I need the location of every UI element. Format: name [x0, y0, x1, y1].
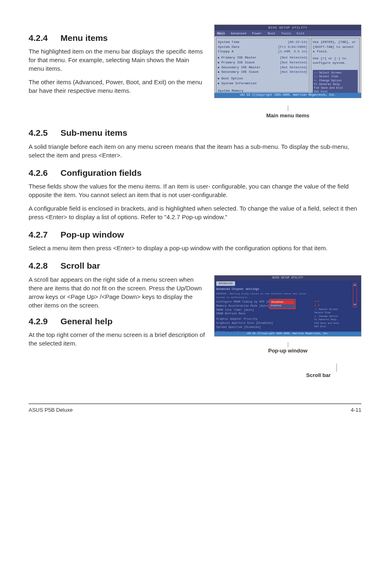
heading-427: 4.2.7Pop-up window — [29, 229, 361, 240]
para-424-1: The highlighted item on the menu bar dis… — [29, 47, 206, 73]
para-427-1: Select a menu item then press <Enter> to… — [29, 244, 361, 252]
page-footer: ASUS P5B Deluxe 4-11 — [29, 404, 361, 414]
bios-main-screenshot: BIOS SETUP UTILITY Main Advanced Power B… — [214, 25, 361, 98]
triangle-down-icon — [353, 304, 356, 306]
heading-426: 4.2.6Configuration fields — [29, 167, 361, 179]
popup-box: Disabled Enabled — [269, 299, 296, 309]
footer-right: 4-11 — [351, 406, 361, 414]
para-428-1: A scroll bar appears on the right side o… — [29, 275, 206, 310]
para-426-1: These fields show the values for the men… — [29, 182, 361, 199]
scrollbar-indicator — [353, 283, 357, 307]
caption-main-menu-items: Main menu items — [214, 105, 361, 119]
caption-popup-window: Pop-up window — [214, 342, 361, 355]
footer-left: ASUS P5B Deluxe — [29, 406, 73, 414]
heading-425: 4.2.5Sub-menu items — [29, 127, 361, 139]
heading-428: 4.2.8Scroll bar — [29, 260, 361, 272]
heading-424: 4.2.4Menu items — [29, 32, 206, 44]
triangle-up-icon — [353, 284, 356, 286]
bios-help-panel: Use [ENTER], [TAB], or [SHIFT-TAB] to se… — [311, 38, 360, 92]
para-429-1: At the top right corner of the menu scre… — [29, 330, 206, 348]
para-426-2: A configurable field is enclosed in brac… — [29, 204, 361, 221]
para-424-2: The other items (Advanced, Power, Boot, … — [29, 78, 206, 95]
heading-429: 4.2.9General help — [29, 315, 206, 327]
para-425-1: A solid triangle before each item on any… — [29, 142, 361, 159]
bios-menubar: Main Advanced Power Boot Tools Exit — [215, 30, 361, 36]
caption-scroll-bar: Scroll bar — [276, 364, 361, 379]
bios-popup-screenshot: BIOS SETUP UTILITY Advanced Advanced Chi… — [214, 275, 361, 337]
bios-main-panel: System Time[06:22:54] System Date[Fri 5/… — [216, 38, 309, 92]
bios2-main-panel: Advanced Chipset settings WARNING: Setti… — [216, 287, 313, 332]
